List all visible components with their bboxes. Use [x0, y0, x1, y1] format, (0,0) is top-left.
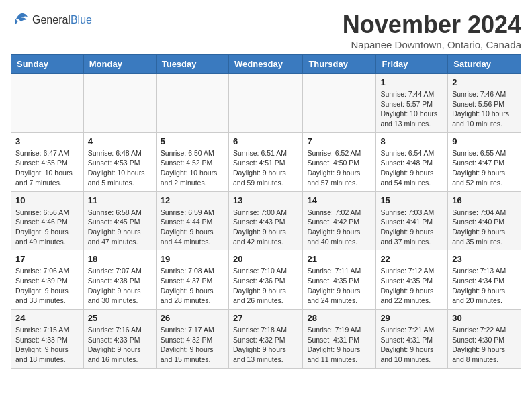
day-info: Sunrise: 7:02 AMSunset: 4:42 PMDaylight:… [307, 208, 371, 247]
calendar-cell: 17Sunrise: 7:06 AMSunset: 4:39 PMDayligh… [11, 250, 84, 310]
day-number: 26 [161, 313, 224, 323]
title-section: November 2024 Napanee Downtown, Ontario,… [343, 11, 521, 50]
logo: GeneralBlue [11, 11, 92, 30]
day-info: Sunrise: 6:51 AMSunset: 4:51 PMDaylight:… [233, 148, 298, 188]
calendar-week-row: 24Sunrise: 7:15 AMSunset: 4:33 PMDayligh… [11, 310, 521, 369]
day-number: 30 [452, 313, 517, 323]
calendar-cell: 30Sunrise: 7:22 AMSunset: 4:30 PMDayligh… [448, 310, 521, 369]
day-info: Sunrise: 7:16 AMSunset: 4:33 PMDaylight:… [88, 325, 152, 365]
calendar-cell: 15Sunrise: 7:03 AMSunset: 4:41 PMDayligh… [376, 191, 448, 250]
calendar-cell: 20Sunrise: 7:10 AMSunset: 4:36 PMDayligh… [228, 250, 302, 310]
calendar-cell: 8Sunrise: 6:54 AMSunset: 4:48 PMDaylight… [376, 132, 448, 191]
day-info: Sunrise: 6:52 AMSunset: 4:50 PMDaylight:… [307, 148, 371, 188]
day-info: Sunrise: 6:50 AMSunset: 4:52 PMDaylight:… [161, 148, 224, 188]
calendar-cell: 2Sunrise: 7:46 AMSunset: 5:56 PMDaylight… [448, 74, 521, 133]
weekday-header-friday: Friday [376, 55, 448, 74]
day-number: 9 [452, 136, 517, 146]
weekday-header-row: SundayMondayTuesdayWednesdayThursdayFrid… [11, 55, 521, 74]
day-number: 15 [380, 195, 443, 205]
calendar-cell: 27Sunrise: 7:18 AMSunset: 4:32 PMDayligh… [228, 310, 302, 369]
day-number: 21 [307, 254, 371, 264]
day-number: 13 [233, 195, 298, 205]
calendar-cell: 26Sunrise: 7:17 AMSunset: 4:32 PMDayligh… [156, 310, 228, 369]
day-number: 14 [307, 195, 371, 205]
day-info: Sunrise: 7:06 AMSunset: 4:39 PMDaylight:… [15, 266, 79, 306]
calendar-cell: 28Sunrise: 7:19 AMSunset: 4:31 PMDayligh… [303, 310, 376, 369]
day-number: 10 [15, 195, 79, 205]
weekday-header-sunday: Sunday [11, 55, 84, 74]
day-info: Sunrise: 6:48 AMSunset: 4:53 PMDaylight:… [88, 148, 152, 188]
calendar-cell: 5Sunrise: 6:50 AMSunset: 4:52 PMDaylight… [156, 132, 228, 191]
calendar-cell: 9Sunrise: 6:55 AMSunset: 4:47 PMDaylight… [448, 132, 521, 191]
calendar-cell [156, 74, 228, 133]
weekday-header-tuesday: Tuesday [156, 55, 228, 74]
day-info: Sunrise: 7:18 AMSunset: 4:32 PMDaylight:… [233, 325, 298, 365]
day-number: 8 [380, 136, 443, 146]
calendar-cell: 13Sunrise: 7:00 AMSunset: 4:43 PMDayligh… [228, 191, 302, 250]
day-number: 1 [380, 77, 443, 87]
day-info: Sunrise: 7:10 AMSunset: 4:36 PMDaylight:… [233, 266, 298, 306]
day-number: 22 [380, 254, 443, 264]
calendar-week-row: 3Sunrise: 6:47 AMSunset: 4:55 PMDaylight… [11, 132, 521, 191]
day-info: Sunrise: 7:03 AMSunset: 4:41 PMDaylight:… [380, 208, 443, 247]
calendar-cell: 10Sunrise: 6:56 AMSunset: 4:46 PMDayligh… [11, 191, 84, 250]
day-number: 24 [15, 313, 79, 323]
page-header: GeneralBlue November 2024 Napanee Downto… [11, 11, 521, 50]
day-info: Sunrise: 7:17 AMSunset: 4:32 PMDaylight:… [161, 325, 224, 365]
day-number: 7 [307, 136, 371, 146]
calendar-cell [83, 74, 156, 133]
logo-bird-icon [11, 11, 30, 30]
day-info: Sunrise: 6:54 AMSunset: 4:48 PMDaylight:… [380, 148, 443, 188]
day-number: 25 [88, 313, 152, 323]
day-number: 23 [452, 254, 517, 264]
day-info: Sunrise: 7:12 AMSunset: 4:35 PMDaylight:… [380, 266, 443, 306]
day-info: Sunrise: 7:08 AMSunset: 4:37 PMDaylight:… [161, 266, 224, 306]
calendar-cell: 4Sunrise: 6:48 AMSunset: 4:53 PMDaylight… [83, 132, 156, 191]
day-info: Sunrise: 7:44 AMSunset: 5:57 PMDaylight:… [380, 89, 443, 129]
calendar-cell: 14Sunrise: 7:02 AMSunset: 4:42 PMDayligh… [303, 191, 376, 250]
calendar-cell: 29Sunrise: 7:21 AMSunset: 4:31 PMDayligh… [376, 310, 448, 369]
calendar-cell: 3Sunrise: 6:47 AMSunset: 4:55 PMDaylight… [11, 132, 84, 191]
day-number: 20 [233, 254, 298, 264]
day-info: Sunrise: 6:55 AMSunset: 4:47 PMDaylight:… [452, 148, 517, 188]
day-info: Sunrise: 7:00 AMSunset: 4:43 PMDaylight:… [233, 208, 298, 247]
day-info: Sunrise: 7:04 AMSunset: 4:40 PMDaylight:… [452, 208, 517, 247]
day-number: 4 [88, 136, 152, 146]
day-info: Sunrise: 7:21 AMSunset: 4:31 PMDaylight:… [380, 325, 443, 365]
day-info: Sunrise: 6:59 AMSunset: 4:44 PMDaylight:… [161, 208, 224, 247]
month-title: November 2024 [343, 11, 521, 39]
calendar-cell: 21Sunrise: 7:11 AMSunset: 4:35 PMDayligh… [303, 250, 376, 310]
day-number: 27 [233, 313, 298, 323]
calendar-week-row: 17Sunrise: 7:06 AMSunset: 4:39 PMDayligh… [11, 250, 521, 310]
calendar-cell: 19Sunrise: 7:08 AMSunset: 4:37 PMDayligh… [156, 250, 228, 310]
day-number: 5 [161, 136, 224, 146]
calendar-cell: 23Sunrise: 7:13 AMSunset: 4:34 PMDayligh… [448, 250, 521, 310]
day-info: Sunrise: 7:22 AMSunset: 4:30 PMDaylight:… [452, 325, 517, 365]
weekday-header-thursday: Thursday [303, 55, 376, 74]
calendar-cell: 22Sunrise: 7:12 AMSunset: 4:35 PMDayligh… [376, 250, 448, 310]
day-number: 18 [88, 254, 152, 264]
day-info: Sunrise: 6:47 AMSunset: 4:55 PMDaylight:… [15, 148, 79, 188]
day-info: Sunrise: 7:11 AMSunset: 4:35 PMDaylight:… [307, 266, 371, 306]
calendar-cell: 24Sunrise: 7:15 AMSunset: 4:33 PMDayligh… [11, 310, 84, 369]
day-info: Sunrise: 7:07 AMSunset: 4:38 PMDaylight:… [88, 266, 152, 306]
day-number: 16 [452, 195, 517, 205]
day-number: 6 [233, 136, 298, 146]
weekday-header-saturday: Saturday [448, 55, 521, 74]
calendar-cell [228, 74, 302, 133]
day-number: 2 [452, 77, 517, 87]
location-subtitle: Napanee Downtown, Ontario, Canada [343, 39, 521, 50]
calendar-cell [303, 74, 376, 133]
logo-general-text: General [32, 14, 71, 26]
weekday-header-wednesday: Wednesday [228, 55, 302, 74]
day-number: 29 [380, 313, 443, 323]
day-info: Sunrise: 6:56 AMSunset: 4:46 PMDaylight:… [15, 208, 79, 247]
day-info: Sunrise: 7:46 AMSunset: 5:56 PMDaylight:… [452, 89, 517, 129]
day-number: 3 [15, 136, 79, 146]
day-info: Sunrise: 7:15 AMSunset: 4:33 PMDaylight:… [15, 325, 79, 365]
calendar-cell: 6Sunrise: 6:51 AMSunset: 4:51 PMDaylight… [228, 132, 302, 191]
calendar-cell: 16Sunrise: 7:04 AMSunset: 4:40 PMDayligh… [448, 191, 521, 250]
logo-text: GeneralBlue [32, 14, 92, 26]
calendar-cell: 18Sunrise: 7:07 AMSunset: 4:38 PMDayligh… [83, 250, 156, 310]
calendar-cell [11, 74, 84, 133]
